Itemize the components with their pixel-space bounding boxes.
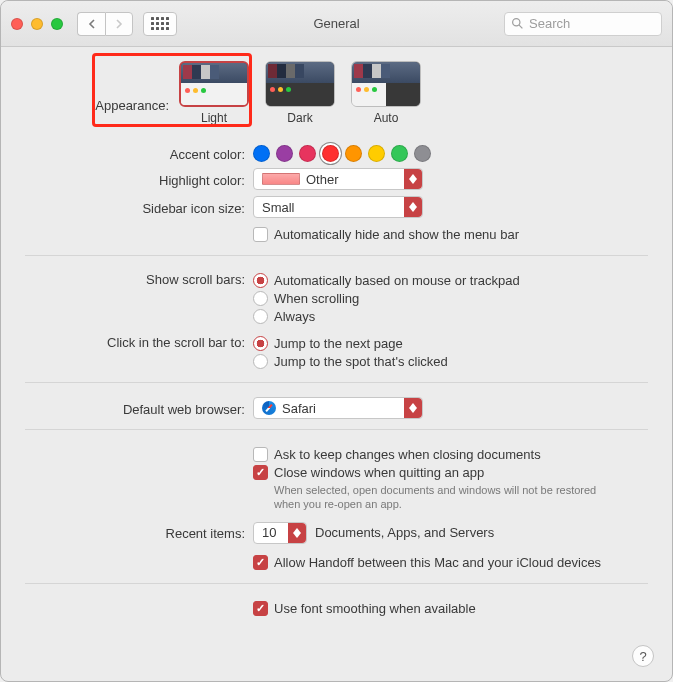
click-scroll-row: Click in the scroll bar to: Jump to the … — [25, 333, 648, 372]
help-button[interactable]: ? — [632, 645, 654, 667]
click-scroll-next[interactable]: Jump to the next page — [253, 336, 648, 351]
appearance-option-light[interactable]: Light — [177, 61, 251, 125]
help-icon: ? — [639, 649, 646, 664]
accent-row: Accent color: — [25, 145, 648, 162]
accent-swatch-gray[interactable] — [414, 145, 431, 162]
chevron-updown-icon — [288, 523, 306, 543]
scrollbars-option-auto[interactable]: Automatically based on mouse or trackpad — [253, 273, 648, 288]
grid-icon — [151, 17, 169, 30]
browser-value: Safari — [282, 401, 316, 416]
appearance-label-light: Light — [201, 111, 227, 125]
font-smoothing-checkbox[interactable]: Use font smoothing when available — [253, 601, 648, 616]
font-smoothing-row: Use font smoothing when available — [25, 598, 648, 619]
recent-popup[interactable]: 10 — [253, 522, 307, 544]
appearance-option-auto[interactable]: Auto — [349, 61, 423, 125]
chevron-updown-icon — [404, 169, 422, 189]
highlight-row: Highlight color: Other — [25, 168, 648, 190]
highlight-chip — [262, 173, 300, 185]
accent-swatches — [253, 145, 648, 162]
autohide-label: Automatically hide and show the menu bar — [274, 227, 519, 242]
checkbox-icon — [253, 227, 268, 242]
appearance-label-auto: Auto — [374, 111, 399, 125]
checkbox-icon — [253, 465, 268, 480]
radio-icon — [253, 336, 268, 351]
scrollbars-label: Show scroll bars: — [25, 270, 253, 287]
chevron-updown-icon — [404, 398, 422, 418]
checkbox-icon — [253, 447, 268, 462]
forward-button[interactable] — [105, 12, 133, 36]
search-placeholder: Search — [529, 16, 570, 31]
highlight-value: Other — [306, 172, 339, 187]
accent-swatch-blue[interactable] — [253, 145, 270, 162]
minimize-button[interactable] — [31, 18, 43, 30]
recent-label: Recent items: — [25, 524, 253, 541]
browser-row: Default web browser: Safari — [25, 397, 648, 419]
zoom-button[interactable] — [51, 18, 63, 30]
ask-keep-label: Ask to keep changes when closing documen… — [274, 447, 541, 462]
svg-point-0 — [513, 19, 520, 26]
safari-icon — [262, 401, 276, 415]
accent-swatch-yellow[interactable] — [368, 145, 385, 162]
accent-swatch-green[interactable] — [391, 145, 408, 162]
divider — [25, 429, 648, 430]
close-quit-label: Close windows when quitting an app — [274, 465, 484, 480]
back-button[interactable] — [77, 12, 105, 36]
search-icon — [511, 17, 524, 30]
appearance-thumb-light — [179, 61, 249, 107]
click-scroll-next-label: Jump to the next page — [274, 336, 403, 351]
highlight-label: Highlight color: — [25, 171, 253, 188]
divider — [25, 583, 648, 584]
search-field[interactable]: Search — [504, 12, 662, 36]
sidebar-size-value: Small — [262, 200, 295, 215]
divider — [25, 382, 648, 383]
accent-label: Accent color: — [25, 145, 253, 162]
sidebar-size-row: Sidebar icon size: Small — [25, 196, 648, 218]
highlight-popup[interactable]: Other — [253, 168, 423, 190]
close-quit-checkbox[interactable]: Close windows when quitting an app — [253, 465, 648, 480]
scrollbars-option-always[interactable]: Always — [253, 309, 648, 324]
appearance-thumb-dark — [265, 61, 335, 107]
content-area: Appearance: Light D — [1, 47, 672, 681]
traffic-lights — [11, 18, 63, 30]
font-smoothing-label: Use font smoothing when available — [274, 601, 476, 616]
ask-keep-checkbox[interactable]: Ask to keep changes when closing documen… — [253, 447, 648, 462]
appearance-row: Appearance: Light D — [25, 61, 648, 133]
accent-swatch-orange[interactable] — [345, 145, 362, 162]
chevron-updown-icon — [404, 197, 422, 217]
scrollbars-row: Show scroll bars: Automatically based on… — [25, 270, 648, 327]
scrollbars-option-scrolling[interactable]: When scrolling — [253, 291, 648, 306]
appearance-label: Appearance: — [25, 82, 177, 113]
svg-line-1 — [519, 25, 522, 28]
checkbox-icon — [253, 555, 268, 570]
divider — [25, 255, 648, 256]
accent-swatch-purple[interactable] — [276, 145, 293, 162]
recent-row: Recent items: 10 Documents, Apps, and Se… — [25, 522, 648, 544]
appearance-options: Light Dark Auto — [177, 61, 648, 125]
radio-icon — [253, 291, 268, 306]
scrollbars-auto-label: Automatically based on mouse or trackpad — [274, 273, 520, 288]
scrollbars-scrolling-label: When scrolling — [274, 291, 359, 306]
appearance-label-dark: Dark — [287, 111, 312, 125]
click-scroll-spot[interactable]: Jump to the spot that's clicked — [253, 354, 648, 369]
browser-popup[interactable]: Safari — [253, 397, 423, 419]
sidebar-size-label: Sidebar icon size: — [25, 199, 253, 216]
autohide-row: Automatically hide and show the menu bar — [25, 224, 648, 245]
click-scroll-label: Click in the scroll bar to: — [25, 333, 253, 350]
accent-swatch-pink[interactable] — [299, 145, 316, 162]
click-scroll-spot-label: Jump to the spot that's clicked — [274, 354, 448, 369]
handoff-checkbox[interactable]: Allow Handoff between this Mac and your … — [253, 555, 648, 570]
recent-value: 10 — [262, 525, 276, 540]
radio-icon — [253, 273, 268, 288]
close-button[interactable] — [11, 18, 23, 30]
accent-swatch-red[interactable] — [322, 145, 339, 162]
sidebar-size-popup[interactable]: Small — [253, 196, 423, 218]
handoff-label: Allow Handoff between this Mac and your … — [274, 555, 601, 570]
appearance-option-dark[interactable]: Dark — [263, 61, 337, 125]
nav-buttons — [77, 12, 133, 36]
checkbox-icon — [253, 601, 268, 616]
show-all-button[interactable] — [143, 12, 177, 36]
docs-row: Ask to keep changes when closing documen… — [25, 444, 648, 512]
scrollbars-always-label: Always — [274, 309, 315, 324]
autohide-checkbox[interactable]: Automatically hide and show the menu bar — [253, 227, 648, 242]
handoff-row: Allow Handoff between this Mac and your … — [25, 552, 648, 573]
